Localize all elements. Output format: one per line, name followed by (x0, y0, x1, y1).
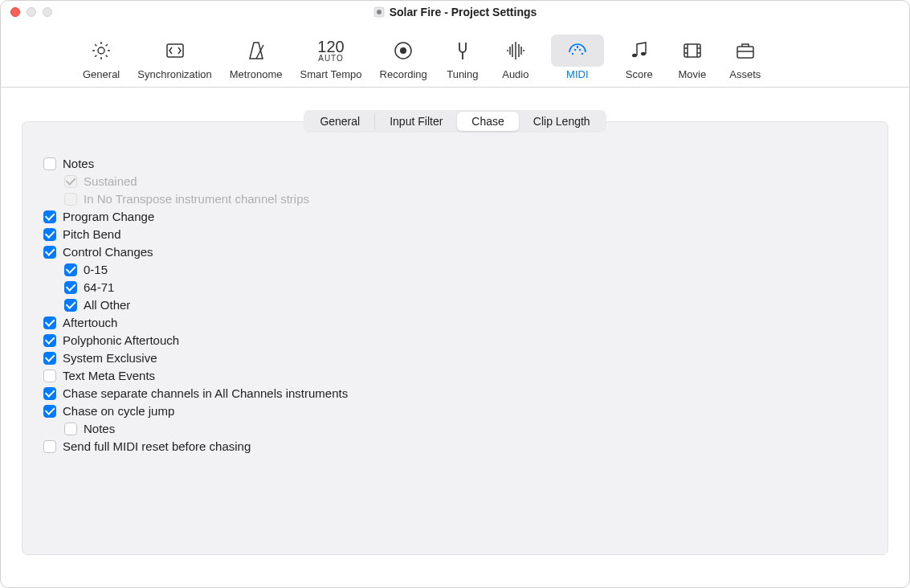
checkbox-sysex[interactable] (43, 352, 56, 365)
settings-panel: Notes Sustained In No Transpose instrume… (22, 121, 888, 555)
toolbar-label: Recording (380, 68, 427, 80)
checkbox-chase-separate[interactable] (43, 387, 56, 400)
checkbox-control-changes[interactable] (43, 246, 56, 259)
toolbar-item-tuning[interactable]: Tuning (439, 31, 487, 82)
toolbar-item-score[interactable]: Score (615, 31, 663, 82)
toolbar-item-recording[interactable]: Recording (373, 31, 434, 82)
toolbar: General Synchronization Metronome 120AUT… (1, 23, 909, 88)
svg-point-8 (579, 49, 581, 51)
toolbar-item-movie[interactable]: Movie (668, 31, 716, 82)
label-aftertouch: Aftertouch (63, 316, 117, 329)
svg-point-5 (400, 47, 406, 54)
toolbar-label: Movie (679, 68, 707, 80)
smart-tempo-icon: 120AUTO (317, 35, 344, 67)
label-sustained: Sustained (84, 174, 137, 188)
gear-icon (89, 35, 113, 67)
close-button[interactable] (10, 7, 20, 17)
checkbox-pitch-bend[interactable] (43, 228, 56, 241)
label-sysex: System Exclusive (63, 351, 157, 365)
label-chase-cycle: Chase on cycle jump (63, 404, 174, 418)
svg-rect-0 (374, 7, 384, 17)
segment-chase[interactable]: Chase (457, 112, 518, 131)
checkbox-cc-64-71[interactable] (64, 281, 77, 294)
tuning-fork-icon (451, 35, 475, 67)
toolbar-label: Smart Tempo (300, 68, 362, 80)
midi-icon (551, 35, 604, 67)
checkbox-poly-aftertouch[interactable] (43, 334, 56, 347)
score-icon (627, 35, 651, 67)
toolbar-label: General (83, 68, 120, 80)
sync-icon (163, 35, 187, 67)
toolbar-label: MIDI (566, 68, 588, 80)
toolbar-item-audio[interactable]: Audio (492, 31, 540, 82)
label-cc-0-15: 0-15 (84, 263, 108, 276)
toolbar-label: Tuning (447, 68, 478, 80)
segment-general[interactable]: General (305, 112, 374, 131)
briefcase-icon (733, 35, 757, 67)
label-cycle-notes: Notes (84, 422, 115, 435)
checkbox-no-transpose (64, 193, 77, 206)
checkbox-cc-all-other[interactable] (64, 299, 77, 312)
label-no-transpose: In No Transpose instrument channel strip… (84, 192, 309, 206)
film-icon (680, 35, 704, 67)
segment-clip-length[interactable]: Clip Length (519, 112, 605, 131)
svg-point-10 (632, 54, 637, 57)
toolbar-item-midi[interactable]: MIDI (545, 31, 610, 82)
app-icon (373, 6, 385, 18)
label-text-meta: Text Meta Events (63, 369, 155, 382)
checkbox-notes[interactable] (43, 157, 56, 170)
svg-rect-12 (684, 44, 700, 57)
checkbox-aftertouch[interactable] (43, 316, 56, 329)
label-chase-separate: Chase separate channels in All Channels … (63, 386, 348, 400)
toolbar-item-synchronization[interactable]: Synchronization (131, 31, 218, 82)
label-program-change: Program Change (63, 210, 154, 223)
checkbox-text-meta[interactable] (43, 370, 56, 382)
checkbox-send-full-reset[interactable] (43, 440, 56, 453)
toolbar-label: Assets (729, 68, 761, 80)
label-cc-64-71: 64-71 (84, 280, 114, 294)
svg-rect-13 (737, 47, 753, 58)
checkbox-sustained (64, 175, 77, 188)
toolbar-item-smart-tempo[interactable]: 120AUTO Smart Tempo (294, 31, 369, 82)
minimize-button[interactable] (27, 7, 36, 17)
label-poly-aftertouch: Polyphonic Aftertouch (63, 333, 179, 347)
svg-point-6 (572, 53, 573, 55)
label-cc-all-other: All Other (84, 298, 130, 312)
svg-point-9 (582, 53, 583, 55)
label-send-full-reset: Send full MIDI reset before chasing (63, 439, 251, 453)
svg-point-1 (377, 10, 382, 14)
label-notes: Notes (63, 157, 94, 170)
label-control-changes: Control Changes (63, 245, 153, 259)
record-icon (391, 35, 415, 67)
toolbar-label: Audio (502, 68, 528, 80)
toolbar-item-metronome[interactable]: Metronome (223, 31, 289, 82)
svg-point-7 (574, 49, 576, 51)
titlebar: Solar Fire - Project Settings (1, 1, 909, 23)
waveform-icon (504, 35, 528, 67)
checkbox-cycle-notes[interactable] (64, 423, 77, 435)
segment-control: General Input Filter Chase Clip Length (304, 110, 606, 133)
toolbar-item-assets[interactable]: Assets (721, 31, 769, 82)
label-pitch-bend: Pitch Bend (63, 227, 121, 241)
toolbar-label: Score (626, 68, 653, 80)
toolbar-label: Metronome (230, 68, 283, 80)
content-area: General Input Filter Chase Clip Length N… (1, 88, 909, 571)
checkbox-program-change[interactable] (43, 210, 56, 223)
svg-point-11 (641, 52, 646, 55)
window-controls (10, 7, 52, 17)
toolbar-label: Synchronization (137, 68, 212, 80)
window-title: Solar Fire - Project Settings (1, 6, 909, 18)
checkbox-chase-cycle[interactable] (43, 405, 56, 418)
segment-input-filter[interactable]: Input Filter (374, 112, 457, 131)
maximize-button[interactable] (43, 7, 52, 17)
checkbox-cc-0-15[interactable] (64, 263, 77, 276)
svg-point-2 (98, 47, 104, 54)
toolbar-item-general[interactable]: General (76, 31, 126, 82)
metronome-icon (244, 35, 268, 67)
